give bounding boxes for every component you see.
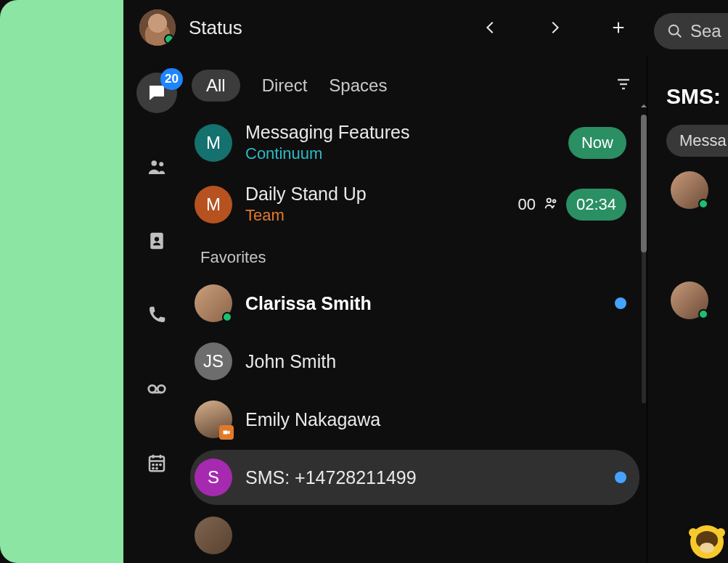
contact-john[interactable]: JS John Smith (190, 334, 639, 389)
presence-indicator (698, 309, 708, 319)
scroll-thumb[interactable] (641, 115, 647, 252)
conversation-title: John Smith (245, 351, 626, 372)
unread-indicator (615, 472, 626, 483)
timer-badge: 02:34 (566, 189, 626, 221)
tab-direct[interactable]: Direct (262, 75, 308, 96)
contact-avatar (195, 517, 232, 554)
svg-point-7 (155, 237, 159, 241)
contact-partial[interactable] (190, 508, 639, 563)
presence-indicator (698, 199, 708, 209)
space-daily-standup[interactable]: M Daily Stand Up Team 00 02:34 (190, 175, 639, 234)
conversation-title: Emily Nakagawa (245, 409, 626, 430)
detail-title: SMS: (647, 84, 728, 109)
conversation-title: Clarissa Smith (245, 293, 602, 314)
contact-avatar: S (195, 459, 232, 496)
svg-point-4 (152, 160, 158, 166)
camera-icon (219, 425, 234, 440)
svg-point-24 (553, 200, 556, 202)
search-input[interactable]: Sea (654, 13, 728, 49)
people-icon (543, 195, 559, 214)
rail-contacts-icon[interactable] (136, 221, 177, 261)
svg-point-2 (669, 25, 679, 35)
contact-clarissa[interactable]: Clarissa Smith (190, 276, 639, 331)
conversation-title: Daily Stand Up (245, 184, 504, 205)
contact-sms[interactable]: S SMS: +14728211499 (190, 450, 639, 505)
nav-rail: 20 (123, 55, 190, 563)
svg-point-23 (547, 198, 551, 202)
nav-forward-icon[interactable] (545, 18, 564, 37)
participant-count: 00 (518, 195, 535, 214)
monkey-avatar-icon[interactable] (690, 525, 724, 559)
conversation-detail-panel: SMS: Messa (647, 55, 728, 563)
nav-back-icon[interactable] (481, 18, 500, 37)
main-app: Status Sea 20 (123, 0, 728, 563)
conversation-title: Messaging Features (245, 122, 555, 143)
now-badge: Now (568, 127, 626, 159)
conversation-list: M Messaging Features Continuum Now M Dai… (190, 113, 639, 563)
rail-voicemail-icon[interactable] (136, 369, 177, 409)
conversation-list-column: All Direct Spaces M Messaging Features C… (190, 55, 647, 563)
unread-indicator (615, 297, 626, 309)
section-favorites: Favorites (190, 237, 639, 273)
space-messaging-features[interactable]: M Messaging Features Continuum Now (190, 113, 639, 172)
messages-badge: 20 (160, 68, 183, 90)
conversation-subtitle: Team (245, 206, 504, 225)
add-icon[interactable] (609, 18, 628, 37)
svg-point-5 (159, 162, 163, 166)
contact-avatar: JS (195, 342, 232, 380)
rail-messages-icon[interactable]: 20 (136, 73, 177, 113)
presence-indicator (222, 312, 232, 322)
detail-avatar-2[interactable] (671, 282, 708, 319)
filter-icon[interactable] (615, 75, 632, 96)
presence-indicator (164, 34, 174, 44)
profile-avatar[interactable] (139, 9, 176, 46)
tab-spaces[interactable]: Spaces (329, 75, 387, 96)
rail-teams-icon[interactable] (136, 147, 177, 187)
conversation-subtitle: Continuum (245, 144, 555, 163)
filter-tabs: All Direct Spaces (190, 55, 639, 113)
svg-point-8 (149, 385, 156, 393)
conversation-title: SMS: +14728211499 (245, 467, 602, 488)
space-avatar: M (195, 124, 232, 162)
rail-calendar-icon[interactable] (136, 443, 177, 483)
contact-avatar (195, 284, 232, 322)
space-avatar: M (195, 186, 232, 223)
rail-calls-icon[interactable] (136, 295, 177, 335)
contact-emily[interactable]: Emily Nakagawa (190, 392, 639, 447)
svg-point-9 (158, 385, 165, 393)
app-header: Status (123, 0, 728, 55)
svg-line-3 (677, 33, 682, 38)
decorative-green-panel (0, 0, 123, 563)
contact-avatar (195, 400, 232, 438)
tab-all[interactable]: All (192, 70, 240, 102)
status-label[interactable]: Status (189, 17, 468, 39)
detail-avatar-1[interactable] (671, 171, 708, 209)
search-placeholder: Sea (690, 21, 721, 41)
detail-chip[interactable]: Messa (666, 125, 728, 157)
app-body: 20 All Direct Spaces (123, 55, 728, 563)
